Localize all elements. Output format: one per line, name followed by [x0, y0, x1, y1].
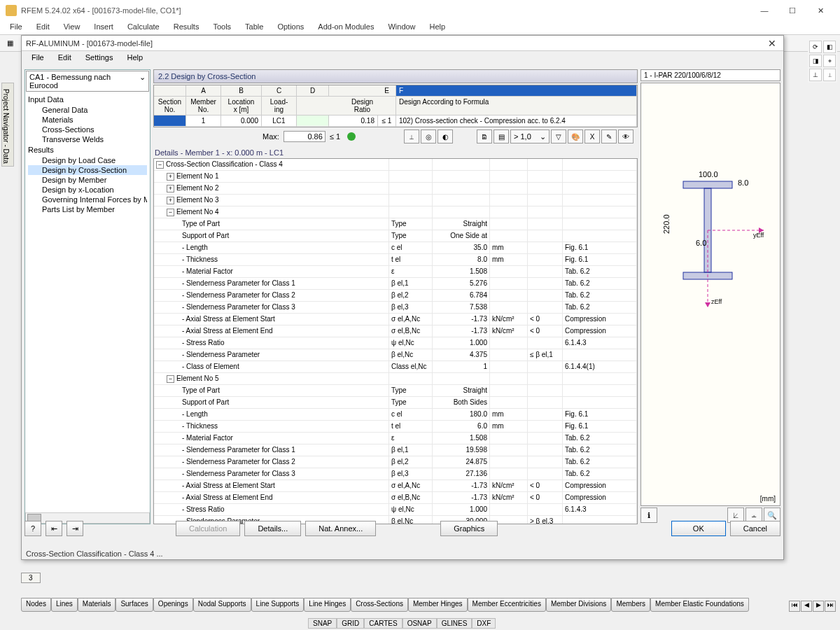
detail-row[interactable]: −Cross-Section Classification - Class 4 [154, 159, 637, 171]
project-navigator-tab[interactable]: Project Navigator - Data [1, 83, 14, 167]
menu-calculate[interactable]: Calculate [120, 21, 167, 34]
detail-row[interactable]: - Thicknesst el6.0mmFig. 6.1 [154, 421, 637, 433]
filter-combo[interactable]: > 1,0⌄ [510, 130, 550, 144]
menu-view[interactable]: View [57, 21, 88, 34]
status-toggle[interactable]: SNAP [308, 618, 337, 629]
tree-item[interactable]: Transverse Welds [28, 134, 147, 144]
detail-row[interactable]: - Lengthc el35.0mmFig. 6.1 [154, 242, 637, 254]
status-toggle[interactable]: OSNAP [402, 618, 437, 629]
tab-scroll-last[interactable]: ⏭ [825, 601, 836, 612]
bottom-tab[interactable]: Member Hinges [408, 598, 468, 612]
tree-item[interactable]: Design by x-Location [28, 185, 147, 195]
tree-item[interactable]: Materials [28, 115, 147, 125]
tool-icon[interactable]: ◧ [823, 41, 836, 53]
tree-group-results[interactable]: Results [28, 146, 147, 154]
menu-results[interactable]: Results [167, 21, 206, 34]
detail-row[interactable]: - Lengthc el180.0mmFig. 6.1 [154, 409, 637, 421]
detail-row[interactable]: Type of PartTypeStraight [154, 385, 637, 397]
menu-add-on modules[interactable]: Add-on Modules [311, 21, 381, 34]
view-mode-icon[interactable]: ◎ [421, 130, 436, 144]
detail-row[interactable]: - Class of ElementClass el,Nc16.1.4.4(1) [154, 361, 637, 373]
details-button[interactable]: Details... [244, 521, 301, 536]
next-icon[interactable]: ⇥ [66, 521, 83, 536]
bottom-tab[interactable]: Lines [51, 598, 78, 612]
graphics-button[interactable]: Graphics [440, 521, 498, 536]
bottom-tab[interactable]: Member Eccentricities [468, 598, 546, 612]
detail-row[interactable]: - Slenderness Parameter for Class 3β el,… [154, 468, 637, 480]
bottom-tab[interactable]: Nodes [21, 598, 51, 612]
tree-item[interactable]: Parts List by Member [28, 204, 147, 214]
detail-row[interactable]: - Slenderness Parameter for Class 2β el,… [154, 290, 637, 302]
bottom-tab[interactable]: Openings [153, 598, 193, 612]
grid-row[interactable]: 1 0.000 LC1 0.18 ≤ 1 102) Cross-section … [154, 115, 637, 127]
menu-help[interactable]: Help [423, 21, 453, 34]
bottom-tab[interactable]: Members [611, 598, 650, 612]
tree-group-input[interactable]: Input Data [28, 95, 147, 104]
detail-row[interactable]: −Element No 5 [154, 373, 637, 385]
menu-insert[interactable]: Insert [87, 21, 120, 34]
calculation-button[interactable]: Calculation [176, 521, 240, 536]
detail-row[interactable]: - Stress Ratioψ el,Nc1.0006.1.4.3 [154, 504, 637, 516]
bottom-tab[interactable]: Surfaces [115, 598, 153, 612]
status-toggle[interactable]: GRID [337, 618, 364, 629]
dialog-menu-edit[interactable]: Edit [51, 51, 78, 66]
bottom-tab[interactable]: Nodal Supports [193, 598, 251, 612]
ok-button[interactable]: OK [671, 521, 726, 536]
tree-item[interactable]: Governing Internal Forces by M [28, 195, 147, 204]
maximize-button[interactable]: ☐ [778, 1, 806, 20]
detail-row[interactable]: - Material Factorε1.508Tab. 6.2 [154, 266, 637, 278]
detail-row[interactable]: - Slenderness Parameter for Class 1β el,… [154, 444, 637, 456]
detail-row[interactable]: - Slenderness Parameter for Class 2β el,… [154, 456, 637, 468]
toolbar-icon[interactable]: ▦ [3, 36, 17, 50]
bottom-tab[interactable]: Cross-Sections [351, 598, 408, 612]
bottom-tab[interactable]: Member Divisions [546, 598, 611, 612]
status-toggle[interactable]: CARTES [364, 618, 402, 629]
dialog-close-button[interactable]: ✕ [765, 38, 779, 49]
tool-icon[interactable]: ✎ [601, 130, 617, 144]
dialog-menu-help[interactable]: Help [120, 51, 150, 66]
filter-apply-icon[interactable]: ▽ [551, 130, 566, 144]
status-toggle[interactable]: DXF [472, 618, 496, 629]
menu-edit[interactable]: Edit [29, 21, 57, 34]
detail-row[interactable]: +Element No 1 [154, 171, 637, 183]
tool-icon[interactable]: ◨ [809, 55, 822, 67]
export-icon[interactable]: 🗎 [477, 130, 492, 144]
detail-row[interactable]: −Element No 4 [154, 206, 637, 218]
filter-icon[interactable]: ▤ [493, 130, 509, 144]
tool-icon[interactable]: ⊥ [809, 69, 822, 81]
prev-icon[interactable]: ⇤ [46, 521, 62, 536]
detail-row[interactable]: - Axial Stress at Element Endσ el,B,Nc-1… [154, 492, 637, 504]
detail-row[interactable]: - Axial Stress at Element Startσ el,A,Nc… [154, 480, 637, 492]
tree-item[interactable]: General Data [28, 105, 147, 115]
menu-table[interactable]: Table [238, 21, 270, 34]
tab-scroll-next[interactable]: ▶ [813, 601, 824, 612]
detail-row[interactable]: - Stress Ratioψ el,Nc1.0006.1.4.3 [154, 337, 637, 349]
bottom-tab[interactable]: Line Supports [251, 598, 304, 612]
minimize-button[interactable]: — [750, 1, 778, 20]
tool-icon[interactable]: ⌖ [823, 55, 836, 67]
detail-row[interactable]: - Slenderness Parameter for Class 1β el,… [154, 278, 637, 290]
tab-scroll-prev[interactable]: ◀ [801, 601, 812, 612]
menu-tools[interactable]: Tools [206, 21, 238, 34]
view-mode-icon[interactable]: ◐ [438, 130, 453, 144]
tool-icon[interactable]: ⟂ [823, 69, 836, 81]
details-grid[interactable]: −Cross-Section Classification - Class 4+… [153, 158, 638, 524]
detail-row[interactable]: - Slenderness Parameterβ el,Nc4.375≤ β e… [154, 349, 637, 361]
bottom-tab[interactable]: Line Hinges [304, 598, 351, 612]
menu-file[interactable]: File [3, 21, 29, 34]
nat-annex-button[interactable]: Nat. Annex... [305, 521, 376, 536]
detail-row[interactable]: - Axial Stress at Element Endσ el,B,Nc-1… [154, 326, 637, 337]
status-toggle[interactable]: GLINES [437, 618, 472, 629]
menu-window[interactable]: Window [381, 21, 422, 34]
tab-scroll-first[interactable]: ⏮ [789, 601, 800, 612]
detail-row[interactable]: Support of PartTypeOne Side at [154, 230, 637, 242]
detail-row[interactable]: - Axial Stress at Element Startσ el,A,Nc… [154, 314, 637, 326]
dialog-menu-settings[interactable]: Settings [78, 51, 120, 66]
detail-row[interactable]: - Thicknesst el8.0mmFig. 6.1 [154, 254, 637, 266]
bottom-tab[interactable]: Materials [78, 598, 116, 612]
detail-row[interactable]: Type of PartTypeStraight [154, 218, 637, 230]
view-mode-icon[interactable]: ⟂ [404, 130, 419, 144]
tree-item[interactable]: Design by Load Case [28, 155, 147, 165]
color-icon[interactable]: 🎨 [568, 130, 583, 144]
detail-row[interactable]: Support of PartTypeBoth Sides [154, 397, 637, 409]
